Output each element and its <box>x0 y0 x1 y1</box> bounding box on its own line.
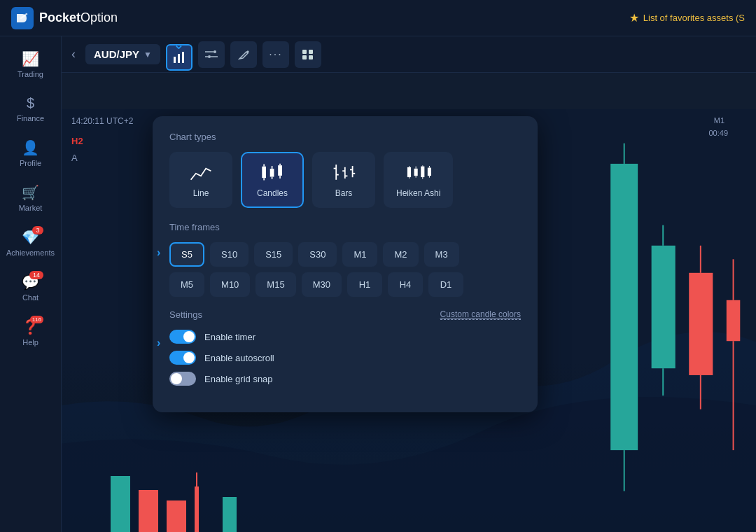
svg-rect-2 <box>178 54 180 63</box>
toggle-row-grid-snap: Enable grid snap <box>169 372 521 386</box>
tf-d1[interactable]: D1 <box>428 272 463 297</box>
sidebar-item-finance[interactable]: $ Finance <box>4 88 57 130</box>
left-arrow-indicator: › <box>157 246 160 259</box>
settings-title: Settings <box>169 309 202 320</box>
custom-candle-colors-link[interactable]: Custom candle colors <box>440 309 521 320</box>
chart-area: 14:20:11 UTC+2 H2 A <box>62 109 756 532</box>
chart-type-popup: Chart types Line <box>153 116 538 412</box>
finance-icon: $ <box>27 95 34 111</box>
toggle-enable-grid-snap-label: Enable grid snap <box>204 374 273 384</box>
candles-chart-icon <box>260 162 285 183</box>
timeframe-grid-row1: S5 S10 S15 S30 M1 M2 M3 <box>169 242 521 267</box>
m1-label: M1 <box>714 116 724 125</box>
toggle-enable-autoscroll[interactable] <box>169 351 196 365</box>
achievements-badge: 3 <box>32 226 43 234</box>
sidebar-item-chat[interactable]: 💬 14 Chat <box>4 267 57 309</box>
sidebar-item-profile[interactable]: 👤 Profile <box>4 132 57 174</box>
chart-type-bars[interactable]: Bars <box>312 152 375 208</box>
star-icon: ★ <box>629 11 639 24</box>
svg-rect-34 <box>278 165 282 176</box>
favorites-text: List of favorites assets (S <box>643 13 745 23</box>
svg-rect-12 <box>652 246 676 368</box>
svg-rect-49 <box>414 169 417 176</box>
tf-h1[interactable]: H1 <box>347 272 382 297</box>
tf-s30[interactable]: S30 <box>298 242 337 267</box>
time-display: 14:20:11 UTC+2 <box>71 116 133 126</box>
tf-m30[interactable]: M30 <box>302 272 342 297</box>
tf-s5[interactable]: S5 <box>169 242 204 267</box>
svg-rect-18 <box>727 300 740 341</box>
profile-icon: 👤 <box>22 139 39 156</box>
logo-icon <box>11 7 34 29</box>
sidebar-item-achievements[interactable]: 💎 3 Achievements <box>4 222 57 264</box>
svg-rect-31 <box>270 169 274 176</box>
tf-s15[interactable]: S15 <box>254 242 293 267</box>
trading-icon: 📈 <box>22 50 39 67</box>
pen-icon <box>238 49 249 60</box>
chart-type-line[interactable]: Line <box>169 152 232 208</box>
chart-type-heiken-ashi-label: Heiken Ashi <box>396 188 440 198</box>
dropdown-arrow: ⌄ <box>173 36 185 52</box>
svg-rect-21 <box>111 476 130 532</box>
layout-button[interactable] <box>295 41 321 68</box>
svg-rect-27 <box>223 497 237 532</box>
market-icon: 🛒 <box>22 184 39 201</box>
sidebar-item-label: Achievements <box>6 248 55 257</box>
tf-m5[interactable]: M5 <box>169 272 204 297</box>
tf-m2[interactable]: M2 <box>383 242 418 267</box>
chevron-down-icon: ▼ <box>144 50 152 59</box>
toggle-row-autoscroll: Enable autoscroll <box>169 351 521 365</box>
tf-m15[interactable]: M15 <box>255 272 295 297</box>
chart-type-candles-label: Candles <box>257 188 288 198</box>
chart-type-line-label: Line <box>193 188 209 198</box>
sidebar-item-trading[interactable]: 📈 Trading <box>4 43 57 85</box>
timeframes-wrapper: › S5 S10 S15 S30 M1 M2 M3 M5 M10 <box>169 242 521 297</box>
svg-rect-52 <box>421 167 424 177</box>
right-candle-chart <box>581 109 756 532</box>
main-area: ‹ AUD/JPY ▼ ⌄ <box>62 36 756 532</box>
settings-header: Settings Custom candle colors <box>169 309 521 320</box>
sidebar-item-help[interactable]: ❓ 116 Help <box>4 312 57 354</box>
line-chart-icon <box>188 162 214 183</box>
asset-selector[interactable]: AUD/JPY ▼ <box>85 44 160 64</box>
tf-m3[interactable]: M3 <box>424 242 459 267</box>
timeframe-grid-row2: M5 M10 M15 M30 H1 H4 D1 <box>169 272 521 297</box>
tf-s10[interactable]: S10 <box>210 242 248 267</box>
heiken-ashi-icon <box>406 162 431 183</box>
help-badge: 116 <box>30 316 43 323</box>
sidebar-item-market[interactable]: 🛒 Market <box>4 177 57 219</box>
grid-icon <box>302 50 314 59</box>
time-countdown: 00:49 <box>708 129 728 137</box>
toggle-enable-timer[interactable] <box>169 330 196 344</box>
toggle-enable-grid-snap[interactable] <box>169 372 196 386</box>
more-button[interactable]: ··· <box>262 41 289 68</box>
tf-m10[interactable]: M10 <box>210 272 250 297</box>
logo[interactable]: PocketOption <box>11 7 118 29</box>
chart-types-grid: Line <box>169 152 521 208</box>
draw-button[interactable] <box>230 41 257 68</box>
dots-icon: ··· <box>269 48 282 61</box>
chat-badge-wrap: 💬 14 <box>22 274 39 290</box>
svg-point-7 <box>208 55 211 58</box>
favorites-link[interactable]: ★ List of favorites assets (S <box>629 11 745 24</box>
svg-rect-15 <box>689 273 713 375</box>
indicators-button[interactable] <box>198 41 225 68</box>
svg-rect-46 <box>407 167 411 177</box>
svg-point-5 <box>214 50 216 53</box>
bar-chart-icon <box>173 51 186 64</box>
header: PocketOption ★ List of favorites assets … <box>0 0 756 36</box>
chart-type-btn-wrap: ⌄ <box>166 44 192 71</box>
sidebar-item-label: Market <box>19 204 43 212</box>
h2-label: H2 <box>71 136 83 146</box>
back-button[interactable]: ‹ <box>71 47 76 62</box>
svg-rect-23 <box>167 500 186 532</box>
tf-h4[interactable]: H4 <box>388 272 423 297</box>
chart-type-candles[interactable]: Candles <box>241 152 304 208</box>
bars-chart-icon <box>331 162 356 183</box>
toggle-enable-autoscroll-label: Enable autoscroll <box>204 353 274 363</box>
chart-type-heiken-ashi[interactable]: Heiken Ashi <box>384 152 453 208</box>
toggle-enable-timer-label: Enable timer <box>204 332 255 342</box>
achievements-badge-wrap: 💎 3 <box>22 229 39 246</box>
tf-m1[interactable]: M1 <box>342 242 377 267</box>
settings-wrapper: › Enable timer Enable autoscroll Enable … <box>169 330 521 386</box>
